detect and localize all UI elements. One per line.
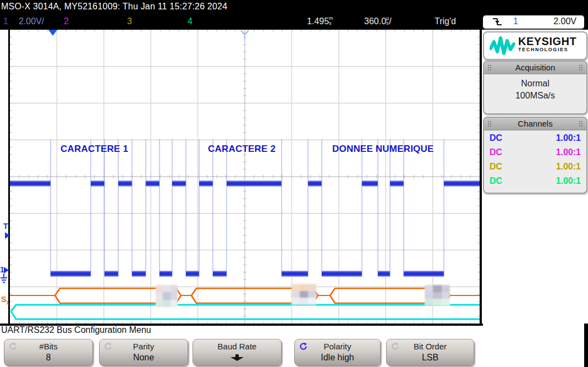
trigger-position-marker[interactable] [240,30,251,42]
channel3-probe: 1.00:1 [556,159,581,173]
channel4-number[interactable]: 4 [188,17,193,26]
channel4-probe: 1.00:1 [556,173,581,188]
softkey-value: LSB [387,353,474,363]
channel3-coupling: DC [490,159,502,173]
brand-panel: KEYSIGHT TECHNOLOGIES [483,31,587,60]
channel1-number[interactable]: 1 [3,17,8,26]
menu-title: UART/RS232 Bus Configuration Menu [1,325,151,335]
trigger-level-arrow-icon[interactable] [5,232,10,239]
blurred-hex-value [292,284,316,305]
grip-icon [487,64,492,71]
channel1-coupling: DC [490,130,502,145]
channel2-row: DC 1.00:1 [484,145,586,159]
channel4-coupling: DC [490,173,502,188]
title-bar: MSO-X 3014A, MY52161009: Thu Jan 11 15:2… [0,0,588,14]
annotation-donnee-numerique: DONNEE NUMERIQUE [332,144,434,155]
instrument-title: MSO-X 3014A, MY52161009: Thu Jan 11 15:2… [1,2,227,12]
channel2-probe: 1.00:1 [556,145,581,159]
channel3-row: DC 1.00:1 [484,159,586,173]
grip-icon [579,120,583,127]
status-bar: 1 2.00V/ 2 3 4 1.495ms 360.0µs/ Trig'd 1… [0,14,588,30]
softkey-value: Idle high [295,353,380,363]
channel2-number[interactable]: 2 [64,17,69,26]
softkey-label: #Bits [4,342,92,351]
down-arrow-icon [193,354,281,364]
serial-bus1-label: S1 [1,295,9,305]
acquisition-mode: Normal [484,78,586,90]
acquisition-header[interactable]: Acquisition [484,62,586,74]
bezel-strip [584,324,588,367]
channel2-coupling: DC [490,145,502,159]
grip-icon [579,64,583,71]
softkey-bits[interactable]: #Bits 8 [4,339,93,366]
trigger-status: Trig'd [435,17,456,26]
softkey-baud-rate[interactable]: Baud Rate [193,339,282,366]
bus-decode-traces [10,30,480,324]
trigger-source: 1 [513,17,518,26]
annotation-caractere-1: CARACTERE 1 [61,144,128,155]
oscilloscope-screen: MSO-X 3014A, MY52161009: Thu Jan 11 15:2… [0,0,588,367]
softkey-parity[interactable]: Parity None [99,339,188,366]
softkey-polarity[interactable]: Polarity Idle high [294,339,381,366]
channel1-probe: 1.00:1 [556,130,581,145]
brand-name: KEYSIGHT [518,36,576,47]
channels-panel: Channels DC 1.00:1 DC 1.00:1 DC 1.00:1 D… [483,117,587,194]
waveform-display: CARACTERE 1 CARACTERE 2 DONNEE NUMERIQUE [10,30,480,324]
blurred-hex-value [156,285,178,307]
softkey-label: Baud Rate [193,342,281,351]
falling-edge-trigger-icon [492,17,503,27]
softkey-value: 8 [4,353,92,363]
acquisition-sample-rate: 100MSa/s [484,90,586,102]
softkey-label: Polarity [295,342,380,351]
grid-border-right [480,30,482,325]
ground-icon [1,273,8,284]
brand-text: KEYSIGHT TECHNOLOGIES [518,36,576,52]
blurred-hex-value [425,285,450,306]
trigger-level-marker-label: T [3,222,8,231]
trigger-info-panel: 1 2.00V [483,15,584,29]
softkey-bit-order[interactable]: Bit Order LSB [386,339,474,366]
channel1-scale[interactable]: 2.00V/ [19,17,44,26]
softkey-label: Bit Order [387,342,474,351]
channel3-number[interactable]: 3 [127,17,132,26]
softkey-label: Parity [100,342,188,351]
channel1-reference-arrow-icon[interactable] [4,267,9,273]
timebase: 360.0µs/ [364,17,392,26]
horizontal-delay: 1.495ms [307,17,333,26]
brand-sub: TECHNOLOGIES [518,47,576,52]
trigger-time-marker[interactable] [48,30,57,36]
channel1-row: DC 1.00:1 [484,130,586,145]
annotation-caractere-2: CARACTERE 2 [208,144,276,155]
channel4-row: DC 1.00:1 [484,173,586,188]
trigger-level: 2.00V [553,17,576,26]
softkey-value: None [100,353,188,363]
grip-icon [487,120,492,127]
keysight-spark-icon [490,35,516,56]
acquisition-panel: Acquisition Normal 100MSa/s [483,61,587,114]
channels-header[interactable]: Channels [484,118,586,130]
